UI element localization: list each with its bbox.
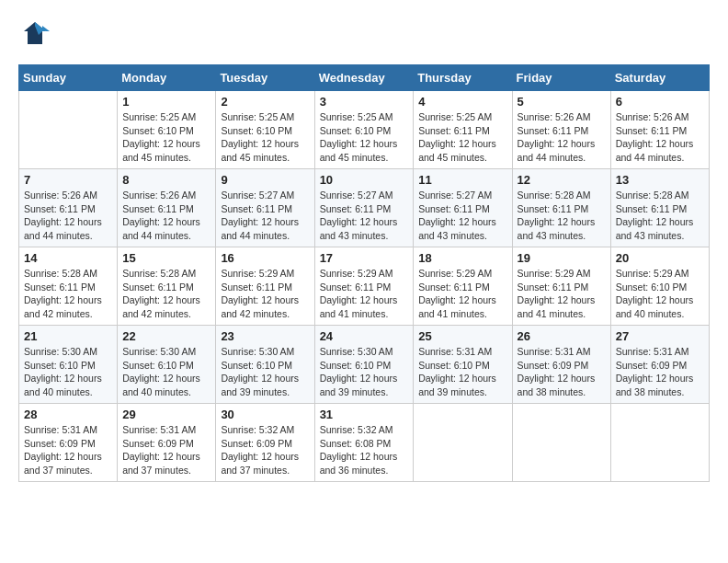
calendar-cell: 11Sunrise: 5:27 AM Sunset: 6:11 PM Dayli… xyxy=(414,169,512,247)
calendar-cell: 13Sunrise: 5:28 AM Sunset: 6:11 PM Dayli… xyxy=(610,169,709,247)
day-number: 9 xyxy=(221,173,309,187)
calendar-cell: 17Sunrise: 5:29 AM Sunset: 6:11 PM Dayli… xyxy=(314,247,414,326)
header-monday: Monday xyxy=(118,65,216,91)
day-number: 8 xyxy=(122,173,210,187)
day-info: Sunrise: 5:29 AM Sunset: 6:11 PM Dayligh… xyxy=(320,267,409,321)
calendar-header-row: SundayMondayTuesdayWednesdayThursdayFrid… xyxy=(19,65,710,91)
calendar-cell: 15Sunrise: 5:28 AM Sunset: 6:11 PM Dayli… xyxy=(118,247,216,326)
day-number: 1 xyxy=(122,95,210,109)
day-info: Sunrise: 5:30 AM Sunset: 6:10 PM Dayligh… xyxy=(320,345,409,399)
calendar-cell: 30Sunrise: 5:32 AM Sunset: 6:09 PM Dayli… xyxy=(216,404,314,482)
day-info: Sunrise: 5:31 AM Sunset: 6:09 PM Dayligh… xyxy=(616,345,704,399)
day-number: 17 xyxy=(320,251,409,265)
day-info: Sunrise: 5:27 AM Sunset: 6:11 PM Dayligh… xyxy=(221,189,309,243)
calendar-cell: 8Sunrise: 5:26 AM Sunset: 6:11 PM Daylig… xyxy=(118,169,216,247)
day-number: 3 xyxy=(320,95,409,109)
day-info: Sunrise: 5:25 AM Sunset: 6:10 PM Dayligh… xyxy=(320,110,409,165)
calendar-cell: 20Sunrise: 5:29 AM Sunset: 6:10 PM Dayli… xyxy=(610,247,709,326)
header-sunday: Sunday xyxy=(19,65,118,91)
day-info: Sunrise: 5:27 AM Sunset: 6:11 PM Dayligh… xyxy=(418,189,506,243)
day-info: Sunrise: 5:29 AM Sunset: 6:10 PM Dayligh… xyxy=(616,267,704,321)
calendar-cell: 26Sunrise: 5:31 AM Sunset: 6:09 PM Dayli… xyxy=(512,326,610,404)
calendar-table: SundayMondayTuesdayWednesdayThursdayFrid… xyxy=(18,64,710,482)
calendar-cell: 22Sunrise: 5:30 AM Sunset: 6:10 PM Dayli… xyxy=(118,326,216,404)
calendar-cell: 25Sunrise: 5:31 AM Sunset: 6:10 PM Dayli… xyxy=(414,326,512,404)
calendar-week-3: 14Sunrise: 5:28 AM Sunset: 6:11 PM Dayli… xyxy=(19,247,710,326)
day-info: Sunrise: 5:26 AM Sunset: 6:11 PM Dayligh… xyxy=(24,189,112,243)
header-thursday: Thursday xyxy=(414,65,512,91)
day-info: Sunrise: 5:29 AM Sunset: 6:11 PM Dayligh… xyxy=(518,267,606,321)
day-number: 2 xyxy=(221,95,309,109)
day-number: 24 xyxy=(320,329,409,343)
day-info: Sunrise: 5:25 AM Sunset: 6:10 PM Dayligh… xyxy=(221,110,309,165)
day-info: Sunrise: 5:30 AM Sunset: 6:10 PM Dayligh… xyxy=(24,345,112,399)
day-info: Sunrise: 5:28 AM Sunset: 6:11 PM Dayligh… xyxy=(122,267,210,321)
calendar-cell: 5Sunrise: 5:26 AM Sunset: 6:11 PM Daylig… xyxy=(512,91,610,169)
day-info: Sunrise: 5:28 AM Sunset: 6:11 PM Dayligh… xyxy=(518,189,606,243)
day-info: Sunrise: 5:32 AM Sunset: 6:09 PM Dayligh… xyxy=(221,423,309,477)
day-number: 7 xyxy=(24,173,112,187)
day-number: 20 xyxy=(616,251,704,265)
calendar-cell: 14Sunrise: 5:28 AM Sunset: 6:11 PM Dayli… xyxy=(19,247,118,326)
calendar-cell xyxy=(512,404,610,482)
day-number: 27 xyxy=(616,329,704,343)
calendar-cell: 21Sunrise: 5:30 AM Sunset: 6:10 PM Dayli… xyxy=(19,326,118,404)
day-info: Sunrise: 5:26 AM Sunset: 6:11 PM Dayligh… xyxy=(122,189,210,243)
day-info: Sunrise: 5:31 AM Sunset: 6:09 PM Dayligh… xyxy=(518,345,606,399)
day-number: 22 xyxy=(122,329,210,343)
calendar-cell: 18Sunrise: 5:29 AM Sunset: 6:11 PM Dayli… xyxy=(414,247,512,326)
calendar-cell xyxy=(414,404,512,482)
day-info: Sunrise: 5:29 AM Sunset: 6:11 PM Dayligh… xyxy=(418,267,506,321)
header-friday: Friday xyxy=(512,65,610,91)
day-number: 4 xyxy=(418,95,506,109)
calendar-cell: 1Sunrise: 5:25 AM Sunset: 6:10 PM Daylig… xyxy=(118,91,216,169)
calendar-cell: 31Sunrise: 5:32 AM Sunset: 6:08 PM Dayli… xyxy=(314,404,414,482)
day-info: Sunrise: 5:25 AM Sunset: 6:10 PM Dayligh… xyxy=(122,110,210,165)
day-number: 6 xyxy=(616,95,704,109)
day-info: Sunrise: 5:26 AM Sunset: 6:11 PM Dayligh… xyxy=(518,110,606,165)
day-number: 26 xyxy=(518,329,606,343)
day-info: Sunrise: 5:28 AM Sunset: 6:11 PM Dayligh… xyxy=(616,189,704,243)
calendar-cell: 16Sunrise: 5:29 AM Sunset: 6:11 PM Dayli… xyxy=(216,247,314,326)
calendar-cell: 9Sunrise: 5:27 AM Sunset: 6:11 PM Daylig… xyxy=(216,169,314,247)
day-number: 15 xyxy=(122,251,210,265)
calendar-week-5: 28Sunrise: 5:31 AM Sunset: 6:09 PM Dayli… xyxy=(19,404,710,482)
calendar-cell: 24Sunrise: 5:30 AM Sunset: 6:10 PM Dayli… xyxy=(314,326,414,404)
day-number: 23 xyxy=(221,329,309,343)
header-wednesday: Wednesday xyxy=(314,65,414,91)
page-header xyxy=(18,18,710,55)
day-number: 5 xyxy=(518,95,606,109)
day-number: 10 xyxy=(320,173,409,187)
day-info: Sunrise: 5:32 AM Sunset: 6:08 PM Dayligh… xyxy=(320,423,409,477)
logo xyxy=(18,18,57,55)
header-saturday: Saturday xyxy=(610,65,709,91)
calendar-cell: 19Sunrise: 5:29 AM Sunset: 6:11 PM Dayli… xyxy=(512,247,610,326)
day-info: Sunrise: 5:26 AM Sunset: 6:11 PM Dayligh… xyxy=(616,110,704,165)
day-number: 21 xyxy=(24,329,112,343)
day-info: Sunrise: 5:27 AM Sunset: 6:11 PM Dayligh… xyxy=(320,189,409,243)
calendar-week-2: 7Sunrise: 5:26 AM Sunset: 6:11 PM Daylig… xyxy=(19,169,710,247)
calendar-cell xyxy=(19,91,118,169)
calendar-week-1: 1Sunrise: 5:25 AM Sunset: 6:10 PM Daylig… xyxy=(19,91,710,169)
day-info: Sunrise: 5:30 AM Sunset: 6:10 PM Dayligh… xyxy=(122,345,210,399)
logo-icon xyxy=(18,18,51,55)
calendar-cell: 10Sunrise: 5:27 AM Sunset: 6:11 PM Dayli… xyxy=(314,169,414,247)
day-number: 12 xyxy=(518,173,606,187)
calendar-cell: 12Sunrise: 5:28 AM Sunset: 6:11 PM Dayli… xyxy=(512,169,610,247)
day-number: 18 xyxy=(418,251,506,265)
day-number: 31 xyxy=(320,408,409,421)
day-number: 28 xyxy=(24,408,112,421)
day-info: Sunrise: 5:30 AM Sunset: 6:10 PM Dayligh… xyxy=(221,345,309,399)
calendar-week-4: 21Sunrise: 5:30 AM Sunset: 6:10 PM Dayli… xyxy=(19,326,710,404)
day-number: 14 xyxy=(24,251,112,265)
calendar-cell: 7Sunrise: 5:26 AM Sunset: 6:11 PM Daylig… xyxy=(19,169,118,247)
calendar-cell: 27Sunrise: 5:31 AM Sunset: 6:09 PM Dayli… xyxy=(610,326,709,404)
day-info: Sunrise: 5:31 AM Sunset: 6:09 PM Dayligh… xyxy=(24,423,112,477)
calendar-cell: 28Sunrise: 5:31 AM Sunset: 6:09 PM Dayli… xyxy=(19,404,118,482)
day-info: Sunrise: 5:29 AM Sunset: 6:11 PM Dayligh… xyxy=(221,267,309,321)
day-number: 29 xyxy=(122,408,210,421)
calendar-cell: 4Sunrise: 5:25 AM Sunset: 6:11 PM Daylig… xyxy=(414,91,512,169)
day-number: 16 xyxy=(221,251,309,265)
day-number: 25 xyxy=(418,329,506,343)
day-info: Sunrise: 5:25 AM Sunset: 6:11 PM Dayligh… xyxy=(418,110,506,165)
